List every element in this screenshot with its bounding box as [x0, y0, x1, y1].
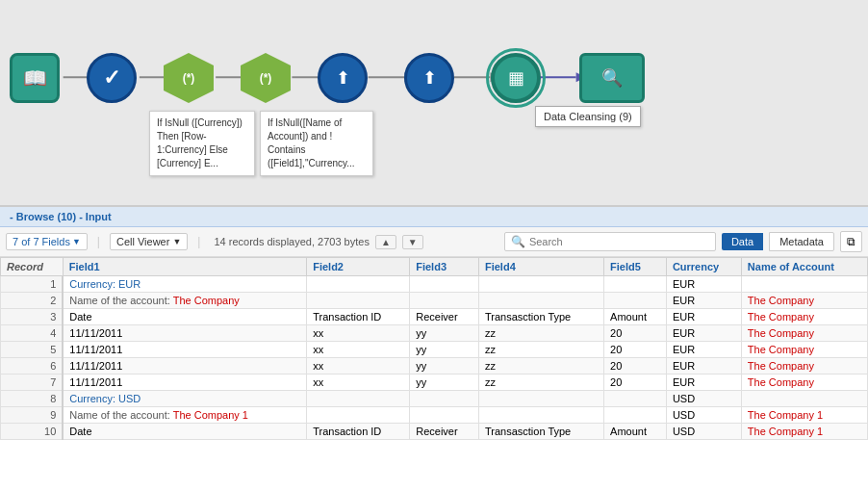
- cell-account: The Company: [741, 325, 867, 342]
- col-header-field2: Field2: [307, 258, 410, 276]
- chevron-down-icon: ▼: [72, 237, 81, 246]
- cell-field5: 20: [604, 375, 667, 391]
- node-append1[interactable]: ⬆: [318, 53, 368, 103]
- cell-rownum: 7: [1, 375, 64, 391]
- cell-currency: USD: [666, 391, 741, 407]
- node-browse[interactable]: ▦: [491, 53, 541, 103]
- node-append2[interactable]: ⬆: [404, 53, 454, 103]
- cell-field2: [307, 391, 410, 407]
- col-header-field5: Field5: [604, 258, 667, 276]
- cell-field3: Receiver: [410, 309, 479, 325]
- col-header-field1: Field1: [63, 258, 306, 276]
- cell-currency: EUR: [666, 342, 741, 358]
- col-header-field4: Field4: [478, 258, 603, 276]
- table-row: 8Currency: USDUSD: [1, 391, 868, 407]
- cell-field1: Date: [63, 424, 306, 440]
- cell-field1: 11/11/2011: [63, 342, 306, 358]
- cell-rownum: 5: [1, 342, 64, 358]
- scroll-up-button[interactable]: ▲: [375, 235, 396, 249]
- node-datacleanse[interactable]: 🔍: [579, 53, 645, 103]
- cell-field2: xx: [307, 342, 410, 358]
- append2-icon: ⬆: [422, 67, 437, 89]
- cell-currency: EUR: [666, 276, 741, 293]
- check-icon: ✓: [103, 65, 120, 90]
- cell-field3: [410, 276, 479, 293]
- copy-icon: ⧉: [847, 235, 855, 248]
- table-row: 3DateTransaction IDReceiverTransasction …: [1, 309, 868, 325]
- browse-icon: ▦: [508, 67, 524, 89]
- data-button[interactable]: Data: [722, 233, 763, 250]
- toolbar: 7 of 7 Fields ▼ | Cell Viewer ▼ | 14 rec…: [0, 227, 868, 257]
- cell-field3: yy: [410, 375, 479, 391]
- cell-field3: yy: [410, 342, 479, 358]
- panel-header: - Browse (10) - Input: [0, 207, 868, 227]
- cell-field1: Name of the account: The Company: [63, 293, 306, 309]
- node-formula1[interactable]: (*): [164, 53, 214, 103]
- cell-field2: xx: [307, 358, 410, 375]
- tooltip-formula1: If IsNull ([Currency]) Then [Row-1:Curre…: [149, 111, 255, 176]
- cell-field4: [478, 276, 603, 293]
- col-header-field3: Field3: [410, 258, 479, 276]
- cell-viewer-button[interactable]: Cell Viewer ▼: [110, 233, 188, 250]
- copy-button[interactable]: ⧉: [840, 231, 862, 252]
- cell-rownum: 2: [1, 293, 64, 309]
- cell-field1: 11/11/2011: [63, 325, 306, 342]
- cell-field3: [410, 293, 479, 309]
- cell-account: The Company: [741, 309, 867, 325]
- cell-field3: yy: [410, 358, 479, 375]
- cell-field1: Name of the account: The Company 1: [63, 407, 306, 424]
- cell-field2: xx: [307, 325, 410, 342]
- cell-account: [741, 276, 867, 293]
- node-formula2[interactable]: (*): [241, 53, 291, 103]
- table-row: 411/11/2011xxyyzz20EURThe Company: [1, 325, 868, 342]
- cell-field2: Transaction ID: [307, 424, 410, 440]
- node-book[interactable]: 📖: [10, 53, 60, 103]
- cell-field5: [604, 276, 667, 293]
- node-check[interactable]: ✓: [87, 53, 137, 103]
- cell-field5: 20: [604, 358, 667, 375]
- search-input[interactable]: [529, 236, 702, 247]
- table-row: 711/11/2011xxyyzz20EURThe Company: [1, 375, 868, 391]
- append1-icon: ⬆: [336, 67, 350, 89]
- cell-account: The Company 1: [741, 407, 867, 424]
- table-row: 611/11/2011xxyyzz20EURThe Company: [1, 358, 868, 375]
- table-row: 9Name of the account: The Company 1USDTh…: [1, 407, 868, 424]
- table-row: 1Currency: EUREUR: [1, 276, 868, 293]
- col-header-record: Record: [1, 258, 64, 276]
- cell-account: The Company: [741, 358, 867, 375]
- cell-field5: 20: [604, 325, 667, 342]
- separator2: |: [197, 235, 200, 248]
- cell-field4: [478, 391, 603, 407]
- cell-field5: 20: [604, 342, 667, 358]
- scroll-down-button[interactable]: ▼: [402, 235, 423, 249]
- cell-field5: [604, 293, 667, 309]
- col-header-currency: Currency: [666, 258, 741, 276]
- cell-account: [741, 391, 867, 407]
- metadata-button[interactable]: Metadata: [769, 232, 834, 251]
- cell-field3: [410, 391, 479, 407]
- cell-field2: xx: [307, 375, 410, 391]
- cell-rownum: 6: [1, 358, 64, 375]
- data-table-container[interactable]: Record Field1 Field2 Field3 Field4 Field…: [0, 257, 868, 491]
- cell-currency: EUR: [666, 293, 741, 309]
- cell-field4: zz: [478, 375, 603, 391]
- cell-field4: zz: [478, 342, 603, 358]
- cell-field4: zz: [478, 325, 603, 342]
- separator1: |: [97, 235, 100, 248]
- fields-selector[interactable]: 7 of 7 Fields ▼: [6, 233, 88, 250]
- cell-rownum: 3: [1, 309, 64, 325]
- table-row: 10DateTransaction IDReceiverTransasction…: [1, 424, 868, 440]
- cell-rownum: 10: [1, 424, 64, 440]
- col-header-account: Name of Account: [741, 258, 867, 276]
- formula2-icon: (*): [260, 71, 272, 85]
- datacleanse-icon: 🔍: [601, 67, 623, 89]
- cell-account: The Company: [741, 375, 867, 391]
- cell-field5: Amount: [604, 424, 667, 440]
- cell-field5: Amount: [604, 309, 667, 325]
- cell-field1: Date: [63, 309, 306, 325]
- cell-account: The Company: [741, 342, 867, 358]
- cell-rownum: 9: [1, 407, 64, 424]
- records-info: 14 records displayed, 2703 bytes: [214, 236, 369, 247]
- cell-account: The Company: [741, 293, 867, 309]
- cell-field4: [478, 293, 603, 309]
